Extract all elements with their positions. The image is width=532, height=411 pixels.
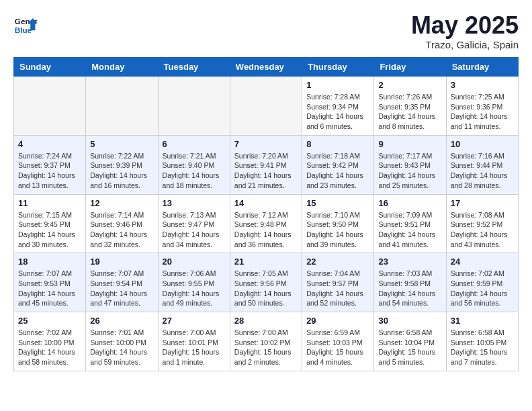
calendar-cell: 30Sunrise: 6:58 AM Sunset: 10:04 PM Dayl…: [374, 312, 446, 371]
calendar-cell: [230, 77, 302, 136]
calendar-cell: 16Sunrise: 7:09 AM Sunset: 9:51 PM Dayli…: [374, 194, 446, 253]
day-info: Sunrise: 7:07 AM Sunset: 9:53 PM Dayligh…: [18, 269, 81, 308]
day-number: 29: [306, 316, 369, 326]
calendar-cell: 28Sunrise: 7:00 AM Sunset: 10:02 PM Dayl…: [230, 312, 302, 371]
calendar-cell: 4Sunrise: 7:24 AM Sunset: 9:37 PM Daylig…: [14, 135, 86, 194]
day-info: Sunrise: 7:12 AM Sunset: 9:48 PM Dayligh…: [234, 210, 298, 250]
day-number: 9: [378, 139, 441, 149]
day-number: 28: [234, 316, 298, 326]
day-number: 21: [234, 257, 298, 267]
calendar-cell: 6Sunrise: 7:21 AM Sunset: 9:40 PM Daylig…: [158, 135, 230, 194]
col-saturday: Saturday: [446, 58, 518, 77]
day-number: 23: [378, 257, 441, 267]
col-friday: Friday: [374, 58, 446, 77]
day-number: 11: [18, 198, 81, 208]
calendar-cell: 27Sunrise: 7:00 AM Sunset: 10:01 PM Dayl…: [158, 312, 230, 371]
day-info: Sunrise: 6:58 AM Sunset: 10:05 PM Daylig…: [451, 328, 514, 367]
logo: General Blue: [13, 13, 38, 38]
day-number: 24: [451, 257, 514, 267]
week-row-5: 25Sunrise: 7:02 AM Sunset: 10:00 PM Dayl…: [14, 312, 519, 371]
day-number: 2: [378, 80, 441, 90]
day-info: Sunrise: 7:15 AM Sunset: 9:45 PM Dayligh…: [18, 210, 81, 250]
day-number: 12: [90, 198, 153, 208]
calendar-cell: 8Sunrise: 7:18 AM Sunset: 9:42 PM Daylig…: [302, 135, 374, 194]
calendar-cell: 14Sunrise: 7:12 AM Sunset: 9:48 PM Dayli…: [230, 194, 302, 253]
day-info: Sunrise: 6:59 AM Sunset: 10:03 PM Daylig…: [306, 328, 369, 367]
col-monday: Monday: [86, 58, 158, 77]
day-info: Sunrise: 7:07 AM Sunset: 9:54 PM Dayligh…: [90, 269, 153, 308]
col-wednesday: Wednesday: [230, 58, 302, 77]
day-info: Sunrise: 7:28 AM Sunset: 9:34 PM Dayligh…: [306, 92, 369, 132]
calendar-cell: 12Sunrise: 7:14 AM Sunset: 9:46 PM Dayli…: [86, 194, 158, 253]
main-title: May 2025: [411, 13, 519, 38]
day-number: 31: [451, 316, 514, 326]
day-number: 14: [234, 198, 298, 208]
day-number: 4: [18, 139, 81, 149]
calendar-cell: 3Sunrise: 7:25 AM Sunset: 9:36 PM Daylig…: [446, 77, 518, 136]
week-row-3: 11Sunrise: 7:15 AM Sunset: 9:45 PM Dayli…: [14, 194, 519, 253]
page: General Blue May 2025 Trazo, Galicia, Sp…: [0, 0, 532, 378]
day-number: 6: [163, 139, 226, 149]
calendar-cell: 17Sunrise: 7:08 AM Sunset: 9:52 PM Dayli…: [446, 194, 518, 253]
day-number: 15: [306, 198, 369, 208]
week-row-1: 1Sunrise: 7:28 AM Sunset: 9:34 PM Daylig…: [14, 77, 519, 136]
day-info: Sunrise: 7:03 AM Sunset: 9:58 PM Dayligh…: [378, 269, 441, 308]
calendar-cell: 7Sunrise: 7:20 AM Sunset: 9:41 PM Daylig…: [230, 135, 302, 194]
day-info: Sunrise: 7:02 AM Sunset: 10:00 PM Daylig…: [18, 328, 81, 367]
day-info: Sunrise: 7:18 AM Sunset: 9:42 PM Dayligh…: [306, 151, 369, 191]
header: General Blue May 2025 Trazo, Galicia, Sp…: [13, 13, 519, 50]
calendar-cell: 5Sunrise: 7:22 AM Sunset: 9:39 PM Daylig…: [86, 135, 158, 194]
day-info: Sunrise: 7:26 AM Sunset: 9:35 PM Dayligh…: [378, 92, 441, 132]
day-info: Sunrise: 7:14 AM Sunset: 9:46 PM Dayligh…: [90, 210, 153, 250]
calendar-cell: 2Sunrise: 7:26 AM Sunset: 9:35 PM Daylig…: [374, 77, 446, 136]
calendar-cell: 13Sunrise: 7:13 AM Sunset: 9:47 PM Dayli…: [158, 194, 230, 253]
calendar-cell: 22Sunrise: 7:04 AM Sunset: 9:57 PM Dayli…: [302, 253, 374, 312]
calendar-cell: 29Sunrise: 6:59 AM Sunset: 10:03 PM Dayl…: [302, 312, 374, 371]
col-thursday: Thursday: [302, 58, 374, 77]
calendar-cell: 1Sunrise: 7:28 AM Sunset: 9:34 PM Daylig…: [302, 77, 374, 136]
day-number: 7: [234, 139, 298, 149]
calendar-cell: 24Sunrise: 7:02 AM Sunset: 9:59 PM Dayli…: [446, 253, 518, 312]
day-number: 17: [451, 198, 514, 208]
day-number: 25: [18, 316, 81, 326]
calendar-cell: 21Sunrise: 7:05 AM Sunset: 9:56 PM Dayli…: [230, 253, 302, 312]
day-number: 27: [163, 316, 226, 326]
subtitle: Trazo, Galicia, Spain: [411, 39, 519, 50]
header-row: Sunday Monday Tuesday Wednesday Thursday…: [14, 58, 519, 77]
day-info: Sunrise: 7:04 AM Sunset: 9:57 PM Dayligh…: [306, 269, 369, 308]
day-info: Sunrise: 7:22 AM Sunset: 9:39 PM Dayligh…: [90, 151, 153, 191]
calendar: Sunday Monday Tuesday Wednesday Thursday…: [13, 57, 519, 371]
calendar-cell: [86, 77, 158, 136]
week-row-4: 18Sunrise: 7:07 AM Sunset: 9:53 PM Dayli…: [14, 253, 519, 312]
day-info: Sunrise: 6:58 AM Sunset: 10:04 PM Daylig…: [378, 328, 441, 367]
day-info: Sunrise: 7:06 AM Sunset: 9:55 PM Dayligh…: [163, 269, 226, 308]
day-info: Sunrise: 7:16 AM Sunset: 9:44 PM Dayligh…: [451, 151, 514, 191]
day-info: Sunrise: 7:05 AM Sunset: 9:56 PM Dayligh…: [234, 269, 298, 308]
title-block: May 2025 Trazo, Galicia, Spain: [411, 13, 519, 50]
col-tuesday: Tuesday: [158, 58, 230, 77]
calendar-cell: 18Sunrise: 7:07 AM Sunset: 9:53 PM Dayli…: [14, 253, 86, 312]
day-number: 18: [18, 257, 81, 267]
day-number: 5: [90, 139, 153, 149]
day-info: Sunrise: 7:10 AM Sunset: 9:50 PM Dayligh…: [306, 210, 369, 250]
col-sunday: Sunday: [14, 58, 86, 77]
day-number: 20: [163, 257, 226, 267]
day-info: Sunrise: 7:08 AM Sunset: 9:52 PM Dayligh…: [451, 210, 514, 250]
calendar-cell: 9Sunrise: 7:17 AM Sunset: 9:43 PM Daylig…: [374, 135, 446, 194]
day-info: Sunrise: 7:01 AM Sunset: 10:00 PM Daylig…: [90, 328, 153, 367]
week-row-2: 4Sunrise: 7:24 AM Sunset: 9:37 PM Daylig…: [14, 135, 519, 194]
calendar-cell: 23Sunrise: 7:03 AM Sunset: 9:58 PM Dayli…: [374, 253, 446, 312]
logo-icon: General Blue: [13, 13, 38, 38]
day-number: 26: [90, 316, 153, 326]
day-info: Sunrise: 7:00 AM Sunset: 10:02 PM Daylig…: [234, 328, 298, 367]
calendar-cell: 25Sunrise: 7:02 AM Sunset: 10:00 PM Dayl…: [14, 312, 86, 371]
day-info: Sunrise: 7:25 AM Sunset: 9:36 PM Dayligh…: [451, 92, 514, 132]
day-number: 1: [306, 80, 369, 90]
calendar-cell: 19Sunrise: 7:07 AM Sunset: 9:54 PM Dayli…: [86, 253, 158, 312]
calendar-cell: 11Sunrise: 7:15 AM Sunset: 9:45 PM Dayli…: [14, 194, 86, 253]
calendar-cell: 20Sunrise: 7:06 AM Sunset: 9:55 PM Dayli…: [158, 253, 230, 312]
svg-text:Blue: Blue: [15, 26, 32, 34]
day-number: 13: [163, 198, 226, 208]
day-number: 19: [90, 257, 153, 267]
calendar-cell: 15Sunrise: 7:10 AM Sunset: 9:50 PM Dayli…: [302, 194, 374, 253]
